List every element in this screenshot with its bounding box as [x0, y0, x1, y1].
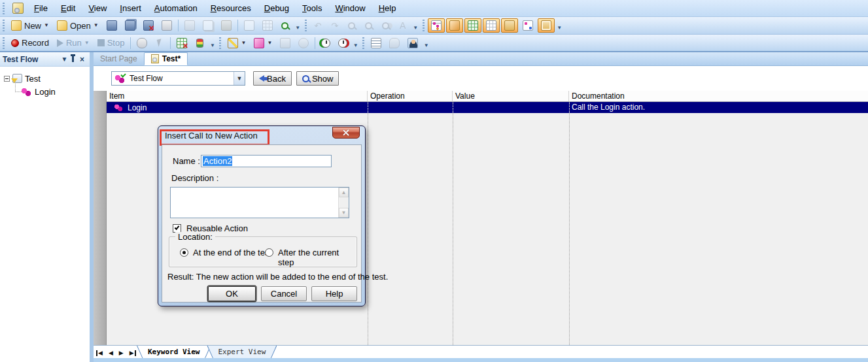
menu-help[interactable]: Help	[372, 1, 403, 15]
name-input[interactable]: Action2	[201, 155, 332, 167]
table-row-login[interactable]: Login Call the Login action.	[107, 102, 868, 113]
first-tab-button[interactable]: ◀	[96, 350, 103, 356]
toolbar-grip[interactable]	[304, 20, 307, 31]
separator	[130, 37, 131, 49]
new-test-button[interactable]: New ▼	[8, 18, 52, 33]
next-tab-button[interactable]: ▶	[119, 350, 124, 356]
textarea-scrollbar[interactable]: ▲ ▼	[338, 188, 349, 218]
show-button[interactable]: Show	[296, 71, 339, 86]
font-button[interactable]: A	[395, 18, 411, 33]
toolbar-grip[interactable]	[422, 20, 425, 31]
checkpoint-button[interactable]	[277, 36, 294, 50]
radio-end-of-test[interactable]	[180, 248, 188, 257]
ok-button[interactable]: OK	[208, 286, 256, 301]
print-button[interactable]	[158, 18, 175, 33]
menu-automation[interactable]: Automation	[148, 1, 204, 15]
toolbar-overflow-button[interactable]: ▼	[422, 37, 430, 50]
repositories-button[interactable]	[259, 18, 276, 33]
toolbar-overflow-button[interactable]: ▼	[351, 37, 360, 50]
collapse-icon[interactable]	[4, 76, 10, 82]
toolbar-overflow-button[interactable]: ▼	[208, 37, 217, 50]
pin-icon[interactable]	[72, 56, 74, 62]
menu-window[interactable]: Window	[328, 1, 372, 15]
find-button[interactable]	[378, 18, 394, 33]
toolbar-grip[interactable]	[218, 37, 222, 49]
record-button[interactable]: Record	[8, 36, 52, 50]
run-button[interactable]: Run ▼	[54, 36, 93, 50]
tab-start-page[interactable]: Start Page	[94, 52, 144, 65]
column-header-value[interactable]: Value	[453, 91, 569, 101]
step-generator-button[interactable]: ▼	[224, 36, 249, 50]
item-select-combobox[interactable]: Test Flow ▼	[111, 71, 245, 86]
back-label: Back	[267, 74, 286, 84]
start-transaction-button[interactable]	[318, 36, 334, 50]
chevron-down-icon[interactable]: ▼	[234, 72, 245, 85]
undo-button[interactable]: ↶	[310, 18, 326, 33]
low-level-recording-button[interactable]	[152, 36, 167, 50]
previous-tab-button[interactable]: ◀	[109, 350, 113, 356]
paste-button[interactable]	[218, 18, 235, 33]
properties-button[interactable]	[241, 18, 258, 33]
comment-button[interactable]	[386, 36, 403, 50]
tab-keyword-view[interactable]: Keyword View	[137, 346, 211, 359]
redo-button[interactable]: ↷	[327, 18, 343, 33]
help-button[interactable]: Help	[311, 286, 357, 301]
menu-insert[interactable]: Insert	[113, 1, 148, 15]
tree-item-login[interactable]: Login	[21, 85, 87, 98]
scroll-up-icon[interactable]: ▲	[339, 188, 349, 197]
menu-edit[interactable]: Edit	[54, 1, 82, 15]
toolbar-overflow-button[interactable]: ▼	[555, 19, 564, 32]
save-button[interactable]	[103, 18, 120, 33]
toolbar-grip[interactable]	[362, 37, 365, 49]
information-toggle[interactable]	[538, 18, 555, 33]
back-button[interactable]: Back	[253, 71, 292, 86]
cancel-button[interactable]: Cancel	[261, 286, 307, 301]
scroll-down-icon[interactable]: ▼	[339, 208, 349, 218]
toolbar-grip[interactable]	[2, 20, 5, 31]
stop-button[interactable]: Stop	[94, 36, 128, 50]
menu-file[interactable]: File	[27, 1, 54, 15]
menu-view[interactable]: View	[82, 1, 113, 15]
column-header-operation[interactable]: Operation	[368, 91, 453, 101]
tab-test[interactable]: Test*	[144, 52, 188, 65]
toolbar-grip[interactable]	[2, 37, 5, 49]
menu-debug[interactable]: Debug	[258, 1, 296, 15]
grid-toggle[interactable]	[483, 18, 500, 33]
open-button[interactable]: Open ▼	[54, 18, 102, 33]
toolbar-overflow-button[interactable]: ▼	[411, 19, 420, 32]
last-tab-button[interactable]: ▶	[130, 350, 136, 356]
end-transaction-button[interactable]	[335, 36, 351, 50]
keyword-view-toggle[interactable]	[428, 18, 445, 33]
zoom-out-button[interactable]	[344, 18, 360, 33]
menu-resources[interactable]: Resources	[204, 1, 258, 15]
results-button[interactable]	[192, 36, 207, 50]
options-button[interactable]	[368, 36, 385, 50]
object-spy-button[interactable]	[277, 18, 293, 33]
dialog-close-button[interactable]	[332, 127, 360, 139]
cut-button[interactable]	[181, 18, 198, 33]
description-textarea[interactable]: ▲ ▼	[170, 187, 349, 218]
menu-tools[interactable]: Tools	[296, 1, 328, 15]
process-guidance-button[interactable]	[404, 36, 421, 50]
save-as-button[interactable]	[140, 18, 157, 33]
repositories-icon	[262, 20, 273, 31]
column-header-documentation[interactable]: Documentation	[569, 91, 868, 101]
analog-recording-button[interactable]	[133, 36, 150, 50]
active-screen-toggle[interactable]	[446, 18, 463, 33]
radio-after-current-step[interactable]	[265, 248, 273, 257]
debug-viewer-toggle[interactable]	[501, 18, 518, 33]
toolbar-overflow-button[interactable]: ▼	[294, 19, 302, 32]
output-value-button[interactable]	[295, 36, 312, 50]
missing-resources-toggle[interactable]	[519, 18, 536, 33]
delete-data-button[interactable]	[173, 36, 190, 50]
column-header-item[interactable]: Item	[107, 91, 368, 101]
copy-button[interactable]	[200, 18, 217, 33]
toolbar-grip[interactable]	[2, 3, 5, 14]
tab-expert-view[interactable]: Expert View	[207, 346, 277, 359]
panel-menu-button[interactable]: ▼	[60, 54, 69, 64]
function-library-button[interactable]: ▼	[251, 36, 275, 50]
zoom-in-button[interactable]	[361, 18, 377, 33]
panel-close-button[interactable]: ×	[77, 54, 87, 64]
save-all-button[interactable]	[122, 18, 139, 33]
data-table-toggle[interactable]	[464, 18, 481, 33]
